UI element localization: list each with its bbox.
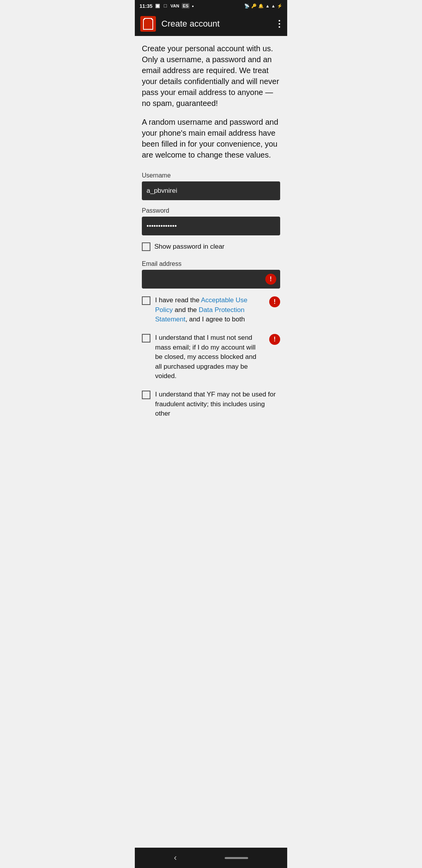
agreement-1-part3: , and I agree to both — [186, 316, 245, 323]
show-password-row: Show password in clear — [142, 242, 280, 251]
show-password-checkbox[interactable] — [142, 242, 150, 251]
menu-dot-2 — [279, 23, 280, 25]
square-outline-icon: □ — [163, 3, 168, 9]
logo-icon — [143, 18, 153, 30]
es-label: ES — [182, 3, 190, 9]
time-display: 11:35 — [139, 3, 152, 9]
email-error-icon: ! — [265, 274, 276, 285]
svg-marker-1 — [144, 19, 152, 29]
email-label: Email address — [142, 260, 280, 267]
agreement-1-error-icon: ! — [269, 296, 280, 307]
agreement-row-1: I have read the Acceptable Use Policy an… — [142, 296, 280, 325]
key-icon: 🔑 — [251, 4, 257, 9]
password-group: Password — [142, 207, 280, 235]
agreement-1-part1: I have read the — [155, 296, 201, 304]
status-bar-right: 📡 🔑 🔔 ▲ ▲ ⚡ — [244, 4, 283, 9]
agreement-text-2: I understand that I must not send mass e… — [155, 333, 265, 381]
agreement-row-3: I understand that YF may not be used for… — [142, 390, 280, 419]
username-group: Username — [142, 172, 280, 200]
email-group: Email address ! — [142, 260, 280, 289]
square-icon: ▣ — [155, 3, 160, 9]
description-block: Create your personal account with us. On… — [142, 43, 280, 160]
username-label: Username — [142, 172, 280, 179]
agreement-text-1: I have read the Acceptable Use Policy an… — [155, 296, 265, 325]
app-logo — [140, 16, 156, 32]
description-paragraph-1: Create your personal account with us. On… — [142, 43, 280, 109]
agreement-row-2: I understand that I must not send mass e… — [142, 333, 280, 381]
show-password-label: Show password in clear — [154, 243, 225, 251]
agreement-text-3: I understand that YF may not be used for… — [155, 390, 280, 419]
bottom-spacer — [142, 435, 280, 459]
agreement-checkbox-2[interactable] — [142, 334, 150, 343]
cast-icon: 📡 — [244, 4, 250, 9]
status-bar-left: 11:35 ▣ □ VAN ES • — [139, 3, 194, 9]
signal-icon: ▲ — [271, 4, 275, 8]
email-input-wrapper: ! — [142, 270, 280, 289]
agreement-1-part2: and the — [173, 306, 198, 314]
battery-icon: ⚡ — [277, 4, 283, 9]
mute-icon: 🔔 — [258, 4, 264, 9]
dot-indicator: • — [192, 3, 194, 9]
password-label: Password — [142, 207, 280, 214]
email-input[interactable] — [142, 270, 280, 289]
status-bar: 11:35 ▣ □ VAN ES • 📡 🔑 🔔 ▲ ▲ ⚡ — [135, 0, 287, 12]
page-title: Create account — [161, 19, 272, 29]
username-input[interactable] — [142, 181, 280, 200]
password-input[interactable] — [142, 217, 280, 235]
agreement-checkbox-1[interactable] — [142, 296, 150, 305]
agreement-checkbox-3[interactable] — [142, 391, 150, 399]
wifi-icon: ▲ — [265, 4, 270, 8]
menu-dot-1 — [279, 20, 280, 22]
description-paragraph-2: A random username and password and your … — [142, 117, 280, 160]
app-bar: Create account — [135, 12, 287, 36]
agreements-section: I have read the Acceptable Use Policy an… — [142, 296, 280, 435]
overflow-menu-button[interactable] — [277, 18, 282, 29]
registration-form: Username Password Show password in clear… — [142, 172, 280, 289]
van-label: VAN — [170, 4, 179, 8]
main-content: Create your personal account with us. On… — [135, 36, 287, 459]
agreement-2-error-icon: ! — [269, 334, 280, 345]
menu-dot-3 — [279, 26, 280, 28]
